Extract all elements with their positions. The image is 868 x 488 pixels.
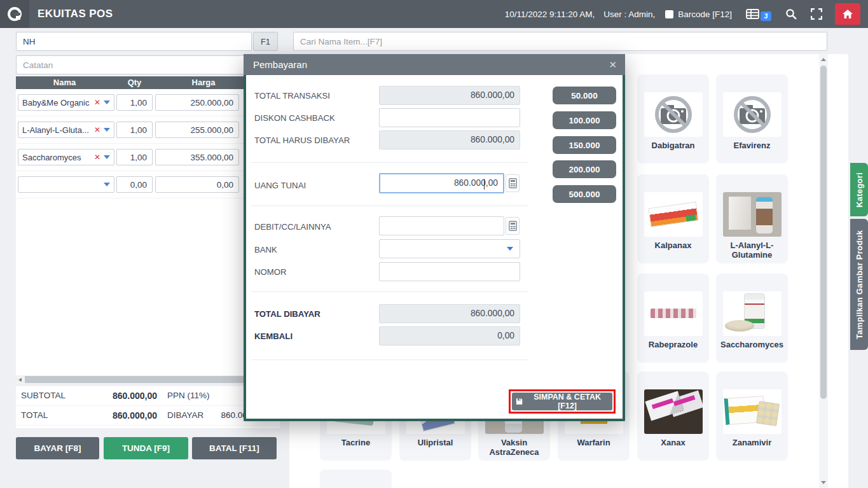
price-input[interactable] (155, 176, 239, 193)
product-image-box (644, 291, 703, 336)
nomor-input[interactable] (379, 262, 520, 281)
subtotal-value: 860.000,00 (79, 386, 157, 405)
price-input[interactable] (155, 122, 239, 138)
product-card[interactable]: Efavirenz (716, 74, 788, 164)
customer-input[interactable] (16, 32, 252, 51)
product-image (644, 291, 703, 336)
home-button[interactable] (835, 3, 860, 25)
total-value: 860.000,00 (79, 406, 157, 425)
product-name: Vaksin AstraZeneca (478, 438, 550, 457)
batal-button[interactable]: BATAL [F11] (192, 437, 277, 459)
ppn-label: PPN (11%) (167, 386, 210, 405)
uang-tunai-label: UANG TUNAI (254, 181, 306, 190)
product-card[interactable]: L-Alanyl-L-Glutamine (716, 174, 788, 263)
calculator-icon[interactable] (506, 217, 520, 235)
tab-kategori[interactable]: Kategori (850, 163, 868, 216)
quick-amount-button[interactable]: 150.000 (553, 136, 616, 154)
fullscreen-icon[interactable] (811, 8, 822, 20)
remove-item-icon[interactable]: ✕ (94, 125, 100, 134)
quick-amount-button[interactable]: 200.000 (553, 160, 616, 178)
vertical-scrollbar[interactable] (819, 54, 828, 488)
uang-tunai-input[interactable]: 860.000,00 (379, 173, 504, 193)
quick-amount-button[interactable]: 100.000 (553, 111, 616, 129)
vertical-scroll-thumb[interactable] (820, 66, 827, 399)
scroll-up-arrow-icon[interactable] (821, 58, 826, 61)
remove-item-icon[interactable]: ✕ (94, 98, 100, 107)
product-card[interactable]: Rabeprazole (637, 274, 709, 363)
product-card[interactable] (320, 470, 392, 488)
quick-amount-button[interactable]: 50.000 (553, 87, 616, 104)
user-label: User : Admin, (603, 10, 655, 19)
search-icon[interactable] (785, 8, 797, 20)
price-input[interactable] (155, 149, 239, 165)
barcode-checkbox[interactable] (665, 10, 673, 18)
product-card[interactable]: Xanax (637, 372, 709, 461)
transactions-grid-icon[interactable]: 3 (746, 9, 771, 19)
item-select[interactable]: L-Alanyl-L-Gluta... ✕ (18, 122, 114, 138)
save-print-button[interactable]: SIMPAN & CETAK [F12] (512, 393, 612, 410)
customer-f1-button[interactable]: F1 (253, 32, 278, 51)
app-title: EKUITAS POS (38, 8, 113, 20)
app-logo[interactable] (0, 0, 29, 28)
dropdown-arrow-icon[interactable] (104, 101, 110, 104)
tunda-button[interactable]: TUNDA [F9] (104, 437, 188, 459)
close-icon[interactable]: ✕ (609, 54, 617, 75)
scroll-left-arrow-icon[interactable] (18, 378, 22, 382)
product-name: Xanax (637, 438, 709, 448)
qty-input[interactable] (116, 122, 153, 138)
total-dibayar-field: 860.000,00 (379, 304, 520, 323)
product-image-box (723, 389, 782, 434)
kembali-label: KEMBALI (254, 331, 293, 341)
price-input[interactable] (155, 94, 239, 111)
product-card[interactable]: Dabigatran (637, 74, 709, 164)
product-image (644, 92, 703, 137)
item-name: Baby&Me Organic (22, 98, 91, 108)
qty-input[interactable] (116, 94, 153, 111)
calculator-icon[interactable] (506, 174, 520, 192)
save-button-highlight: SIMPAN & CETAK [F12] (509, 389, 616, 414)
order-summary: SUBTOTAL 860.000,00 PPN (11%) TOTAL 860.… (16, 386, 280, 428)
cart-table: Nama Qty Harga Baby&Me Organic ✕ L-Alany… (16, 76, 280, 384)
total-transaksi-label: TOTAL TRANSAKSI (254, 91, 330, 101)
text-caret (484, 179, 485, 190)
item-select[interactable]: Baby&Me Organic ✕ (18, 94, 114, 111)
search-item-input[interactable] (293, 32, 827, 51)
summary-row: SUBTOTAL 860.000,00 PPN (11%) (16, 386, 280, 406)
total-dibayar-label: TOTAL DIBAYAR (254, 309, 320, 319)
tab-tampilkan-gambar-produk[interactable]: Tampilkan Gambar Produk (850, 219, 868, 350)
no-image-icon (731, 95, 773, 134)
no-image-icon (652, 95, 694, 134)
item-name: L-Alanyl-L-Gluta... (22, 125, 91, 135)
diskon-cashback-input[interactable] (379, 108, 520, 127)
item-select[interactable]: Saccharomyces ✕ (18, 149, 114, 165)
qty-input[interactable] (116, 176, 153, 193)
item-select[interactable]: ✕ (18, 176, 114, 193)
scroll-down-arrow-icon[interactable] (821, 481, 826, 484)
dropdown-arrow-icon[interactable] (104, 128, 110, 132)
bank-label: BANK (254, 245, 277, 254)
product-name: Zanamivir (716, 438, 788, 448)
quick-amount-button[interactable]: 500.000 (553, 185, 616, 203)
note-input[interactable] (16, 55, 278, 74)
divider (251, 162, 528, 163)
dropdown-arrow-icon[interactable] (104, 155, 110, 159)
cart-row: ✕ (16, 171, 280, 199)
remove-item-icon[interactable]: ✕ (94, 153, 100, 162)
debit-input[interactable] (379, 216, 504, 235)
qty-input[interactable] (116, 149, 153, 165)
bayar-button[interactable]: BAYAR [F8] (16, 437, 99, 459)
product-card[interactable]: Zanamivir (716, 372, 788, 461)
dropdown-arrow-icon[interactable] (104, 183, 110, 186)
horizontal-scroll-thumb[interactable] (25, 376, 276, 383)
product-image (723, 389, 782, 434)
product-card[interactable]: Kalpanax (637, 174, 709, 263)
bank-select[interactable] (379, 239, 520, 258)
logo-icon (6, 6, 23, 22)
product-card[interactable]: Saccharomyces (716, 274, 788, 363)
product-name: Rabeprazole (637, 340, 709, 350)
subtotal-label: SUBTOTAL (21, 386, 65, 405)
diskon-cashback-label: DISKON CASHBACK (254, 113, 335, 123)
horizontal-scrollbar[interactable] (16, 375, 280, 384)
product-name: Ulipristal (399, 438, 471, 448)
product-name: Kalpanax (637, 241, 709, 251)
